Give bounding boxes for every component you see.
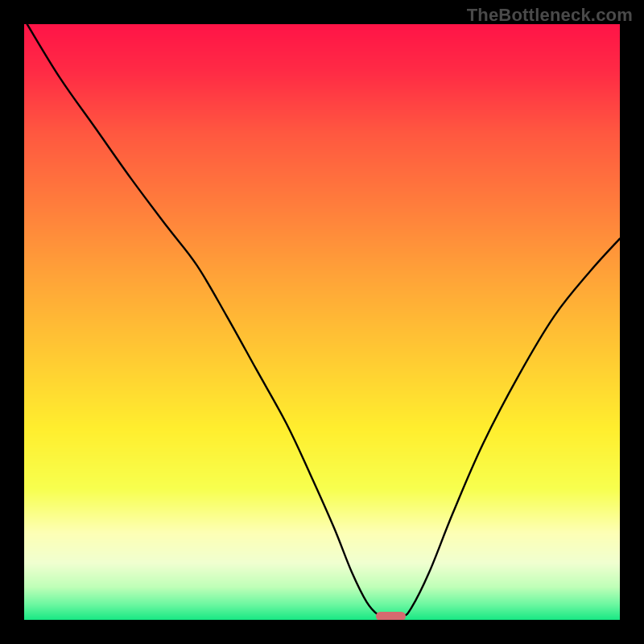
bottleneck-curve	[24, 24, 620, 620]
plot-area	[24, 24, 620, 620]
optimum-marker	[376, 612, 406, 620]
chart-frame: TheBottleneck.com	[0, 0, 644, 644]
attribution-text: TheBottleneck.com	[467, 5, 633, 26]
